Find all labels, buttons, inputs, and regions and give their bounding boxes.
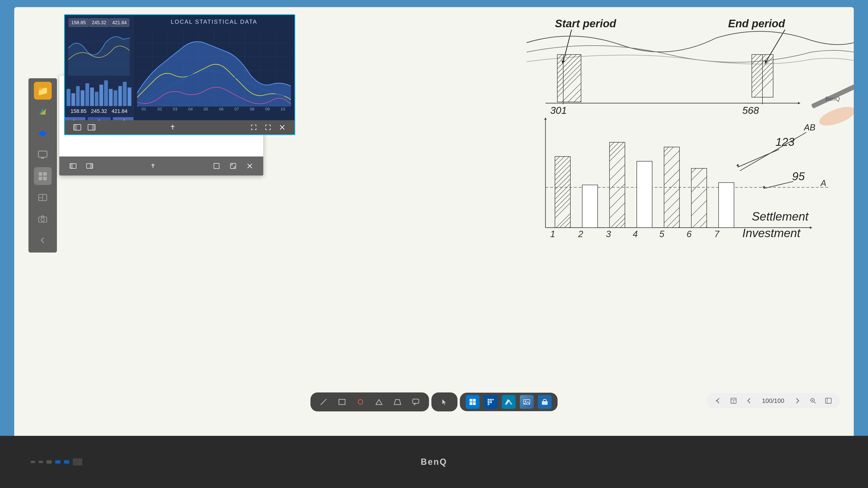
fm-pin-btn[interactable] [147, 160, 160, 173]
svg-text:02: 02 [157, 107, 162, 112]
svg-point-116 [817, 103, 854, 129]
svg-rect-189 [473, 399, 476, 402]
svg-line-106 [740, 132, 806, 171]
fm-shrink-btn[interactable] [226, 160, 240, 173]
chart-window: 158.85 245.32 421.84 [64, 14, 295, 135]
svg-text:06: 06 [219, 107, 223, 112]
svg-rect-143 [214, 163, 219, 169]
windows-app-btn[interactable] [466, 395, 479, 409]
svg-text:5: 5 [659, 229, 664, 239]
svg-line-56 [556, 213, 570, 227]
mini-bottom-val-2: 245.32 [91, 108, 107, 114]
svg-text:95: 95 [792, 170, 805, 183]
svg-rect-125 [43, 172, 47, 176]
svg-text:2: 2 [578, 229, 583, 239]
sidebar-toggle-btn[interactable] [823, 396, 834, 405]
screen: Start period End period [14, 7, 854, 467]
svg-rect-126 [39, 177, 42, 180]
mini-chart-panel: 158.85 245.32 421.84 [65, 15, 133, 134]
chart-pin-btn[interactable] [167, 123, 178, 132]
svg-line-77 [664, 147, 669, 152]
svg-line-22 [752, 55, 761, 64]
rectangle-draw-btn[interactable] [335, 395, 349, 409]
svg-line-65 [610, 146, 625, 161]
drawing-tools-group [310, 392, 429, 411]
svg-rect-188 [470, 399, 472, 402]
svg-text:1: 1 [550, 229, 555, 239]
bottom-bezel: BenQ [0, 436, 868, 488]
svg-line-52 [555, 188, 570, 204]
cursor-btn[interactable] [437, 395, 452, 409]
svg-marker-33 [798, 102, 800, 104]
svg-rect-183 [339, 399, 345, 404]
fm-close-btn[interactable] [243, 160, 256, 173]
chart-expand-btn[interactable] [248, 123, 259, 132]
chart-toolbar-left [72, 123, 97, 132]
chart-toolbar-center [167, 123, 178, 132]
sidebar-item-dropbox[interactable] [34, 124, 52, 142]
store-app-btn[interactable] [538, 395, 552, 409]
svg-point-132 [41, 218, 44, 221]
sidebar-item-grid[interactable] [34, 167, 52, 185]
triangle-draw-btn[interactable] [372, 395, 386, 409]
speech-bubble-btn[interactable] [409, 395, 423, 409]
svg-line-95 [692, 213, 707, 227]
svg-text:03: 03 [173, 107, 177, 112]
svg-marker-39 [544, 117, 547, 120]
sidebar-item-folder[interactable]: 📁 [34, 82, 52, 100]
chart-toolbar-right [248, 123, 287, 132]
page-layout-btn[interactable] [728, 396, 739, 405]
circle-draw-btn[interactable] [353, 395, 368, 409]
photos-app-btn[interactable] [520, 395, 534, 409]
mini-bottom-val-3: 421.84 [112, 108, 127, 114]
fm-expand-btn[interactable] [210, 160, 223, 173]
fm-split-right-btn[interactable] [83, 160, 96, 173]
svg-rect-175 [74, 124, 77, 130]
svg-line-82 [664, 179, 679, 194]
zoom-in-btn[interactable] [808, 396, 818, 405]
svg-line-58 [564, 222, 570, 227]
mini-val-3: 421.84 [110, 19, 129, 27]
svg-line-21 [752, 55, 756, 59]
chart-close-btn[interactable] [277, 123, 287, 132]
azure-app-btn[interactable] [502, 395, 516, 409]
chart-split-right-btn[interactable] [86, 123, 97, 132]
svg-line-96 [700, 220, 707, 227]
svg-line-7 [557, 55, 562, 59]
chart-shrink-btn[interactable] [262, 123, 273, 132]
benq-logo: BenQ [421, 457, 447, 467]
sidebar-item-drive[interactable] [34, 103, 52, 121]
trapezoid-draw-btn[interactable] [390, 395, 405, 409]
handwriting-svg: Start period End period [526, 14, 854, 394]
main-chart-panel: LOCAL STATISTICAL DATA [133, 15, 294, 134]
sidebar-item-window[interactable] [34, 188, 52, 206]
svg-line-78 [664, 147, 674, 156]
sidebar-item-display[interactable] [34, 146, 52, 163]
next-page-btn[interactable] [792, 396, 803, 405]
prev-page-btn[interactable] [743, 396, 754, 405]
tiles-app-btn[interactable] [484, 395, 498, 409]
svg-rect-193 [490, 399, 492, 401]
svg-text:123: 123 [776, 135, 795, 148]
svg-line-12 [557, 59, 581, 83]
svg-line-50 [555, 179, 570, 194]
svg-rect-196 [490, 401, 492, 403]
sidebar-item-camera[interactable] [34, 210, 52, 227]
page-back-btn[interactable] [713, 396, 723, 405]
svg-line-63 [610, 142, 619, 152]
svg-line-79 [664, 151, 679, 166]
svg-line-70 [610, 193, 625, 209]
sidebar-item-back[interactable] [34, 231, 52, 249]
svg-rect-140 [90, 163, 93, 169]
svg-rect-124 [39, 172, 42, 176]
svg-rect-202 [542, 401, 548, 405]
svg-line-73 [615, 218, 625, 227]
chart-split-left-btn[interactable] [72, 123, 83, 132]
svg-text:01: 01 [142, 107, 146, 112]
svg-line-43 [555, 156, 560, 161]
svg-marker-102 [736, 163, 739, 166]
svg-line-101 [738, 149, 779, 167]
fm-split-left-btn[interactable] [66, 160, 80, 173]
line-draw-btn[interactable] [316, 395, 331, 409]
svg-line-53 [555, 193, 570, 209]
